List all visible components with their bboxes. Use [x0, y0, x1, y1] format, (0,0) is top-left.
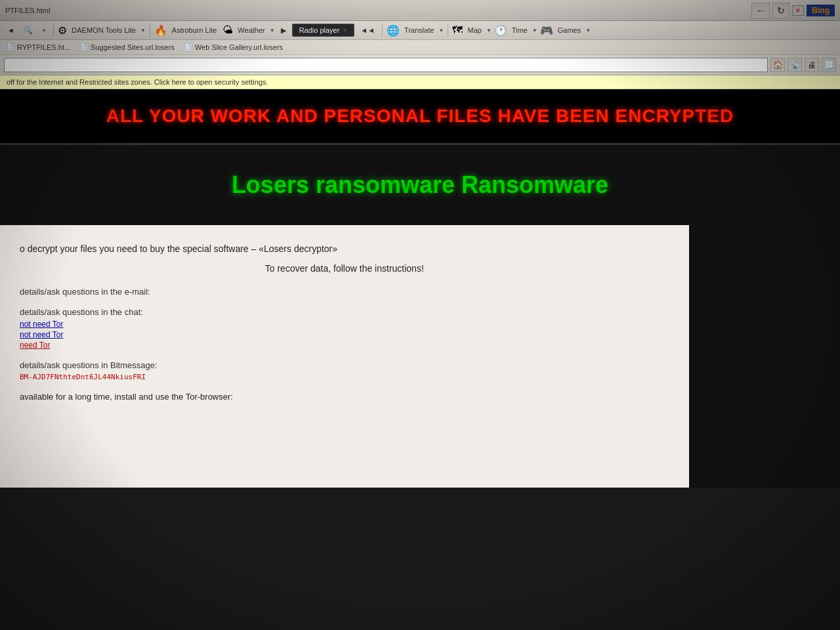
toolbar-separator-3 [382, 24, 383, 37]
chat-label: details/ask questions in the chat: [20, 307, 669, 317]
main-content: ALL YOUR WORK AND PERSONAL FILES HAVE BE… [0, 89, 840, 488]
ransomware-title: Losers ransomware Ransomware [13, 171, 827, 199]
radio-arrow-icon: ▼ [342, 28, 347, 33]
decrypt-text: o decrypt your files you need to buy the… [20, 242, 669, 256]
daemon-tools-btn[interactable]: DAEMON Tools Lite [68, 24, 139, 36]
daemon-icon: ⚙ [58, 24, 67, 37]
weather-icon: 🌤 [222, 24, 233, 36]
add-button[interactable]: + [39, 24, 49, 36]
right-black-panel [689, 225, 840, 488]
tab-title: PTFILES.html [5, 7, 751, 14]
daemon-tools-dropdown[interactable]: ⚙ DAEMON Tools Lite ▼ [58, 24, 146, 37]
weather-dropdown[interactable]: 🌤 Weather ▼ [222, 24, 274, 36]
chat-link-2[interactable]: not need Tor [20, 330, 669, 339]
bing-button[interactable]: Bing [807, 5, 835, 16]
prev-track-btn[interactable]: ◄◄ [357, 24, 378, 36]
translate-btn[interactable]: Translate [401, 24, 437, 36]
time-btn[interactable]: Time [509, 24, 531, 36]
tor-text: available for a long time, install and u… [20, 392, 669, 402]
radio-label: Radio player [299, 26, 340, 34]
translate-icon: 🌐 [387, 24, 400, 37]
toolbar-separator-2 [150, 24, 150, 37]
map-dropdown[interactable]: 🗺 Map ▼ [452, 24, 491, 36]
fav-label-2: Suggested Sites.url.losers [91, 43, 175, 51]
nav-back-btn[interactable]: ← [751, 3, 770, 18]
security-text: off for the Internet and Restricted site… [7, 78, 268, 86]
fav-item-3[interactable]: 📄 Web Slice Gallery.url.losers [182, 42, 285, 52]
astroburn-btn[interactable]: Astroburn Lite [169, 24, 220, 36]
games-arrow-icon: ▼ [585, 28, 591, 33]
play-btn[interactable]: ▶ [278, 24, 289, 37]
map-btn[interactable]: Map [464, 24, 484, 36]
map-icon: 🗺 [452, 24, 463, 36]
time-icon: 🕐 [494, 24, 507, 37]
chat-link-1[interactable]: not need Tor [20, 320, 669, 329]
bitmessage-address: BM-AJD7FNthteDnt6JL44NkiusFRI [20, 373, 669, 381]
fav-item-1[interactable]: 📄 RYPTFILES.ht... [4, 42, 72, 52]
weather-arrow-icon: ▼ [270, 28, 275, 33]
right-toolbar-icons: 🏠 📡 🖨 📃 [770, 58, 836, 72]
time-dropdown[interactable]: 🕐 Time ▼ [494, 24, 537, 37]
toolbar-separator-1 [53, 24, 54, 37]
games-icon: 🎮 [540, 24, 553, 37]
fav-icon-1: 📄 [6, 43, 15, 52]
security-bar[interactable]: off for the Internet and Restricted site… [0, 75, 840, 89]
daemon-arrow-icon: ▼ [140, 28, 146, 33]
white-content-area: o decrypt your files you need to buy the… [0, 225, 689, 488]
bitmessage-label: details/ask questions in Bitmessage: [20, 360, 669, 370]
nav-forward-btn[interactable]: ↻ [772, 3, 789, 18]
encrypted-banner: ALL YOUR WORK AND PERSONAL FILES HAVE BE… [0, 89, 840, 145]
translate-arrow-icon: ▼ [439, 28, 444, 33]
games-btn[interactable]: Games [555, 24, 584, 36]
fav-label-1: RYPTFILES.ht... [17, 43, 70, 51]
title-buttons: ← ↻ ✕ Bing [751, 3, 835, 18]
address-input[interactable] [4, 58, 768, 72]
radio-player-btn[interactable]: Radio player ▼ [292, 24, 355, 37]
print-icon-btn[interactable]: 🖨 [805, 58, 819, 72]
email-label: details/ask questions in the e-mail: [20, 287, 669, 297]
fav-icon-2: 📄 [79, 43, 89, 52]
map-arrow-icon: ▼ [486, 28, 492, 33]
weather-btn[interactable]: Weather [234, 24, 268, 36]
search-button[interactable]: 🔍 [20, 24, 36, 37]
rss-icon-btn[interactable]: 📡 [788, 58, 802, 72]
home-icon-btn[interactable]: 🏠 [770, 58, 785, 72]
close-button[interactable]: ✕ [792, 5, 804, 16]
back-nav-button[interactable]: ◄ [4, 24, 18, 36]
page-icon-btn[interactable]: 📃 [822, 58, 836, 72]
fav-item-2[interactable]: 📄 Suggested Sites.url.losers [77, 42, 177, 52]
toolbar: ◄ 🔍 + ⚙ DAEMON Tools Lite ▼ 🔥 Astroburn … [0, 21, 840, 40]
astroburn-icon: 🔥 [154, 24, 167, 37]
favorites-bar: 📄 RYPTFILES.ht... 📄 Suggested Sites.url.… [0, 40, 840, 55]
toolbar-separator-4 [448, 24, 448, 37]
ransomware-title-section: Losers ransomware Ransomware [0, 145, 840, 225]
encrypted-heading: ALL YOUR WORK AND PERSONAL FILES HAVE BE… [13, 106, 827, 127]
content-wrapper: o decrypt your files you need to buy the… [0, 225, 840, 488]
games-dropdown[interactable]: 🎮 Games ▼ [540, 24, 591, 37]
fav-label-3: Web Slice Gallery.url.losers [195, 43, 283, 51]
fav-icon-3: 📄 [184, 43, 193, 52]
address-bar-area: 🏠 📡 🖨 📃 [0, 55, 840, 75]
time-arrow-icon: ▼ [532, 28, 537, 33]
recover-text: To recover data, follow the instructions… [20, 261, 669, 276]
browser-frame: PTFILES.html ← ↻ ✕ Bing ◄ 🔍 + ⚙ DAEMON T… [0, 0, 840, 488]
chat-link-3[interactable]: need Tor [20, 341, 669, 350]
astroburn-dropdown[interactable]: 🔥 Astroburn Lite [154, 24, 220, 37]
title-bar: PTFILES.html ← ↻ ✕ Bing [0, 0, 840, 21]
translate-dropdown[interactable]: 🌐 Translate ▼ [387, 24, 444, 37]
